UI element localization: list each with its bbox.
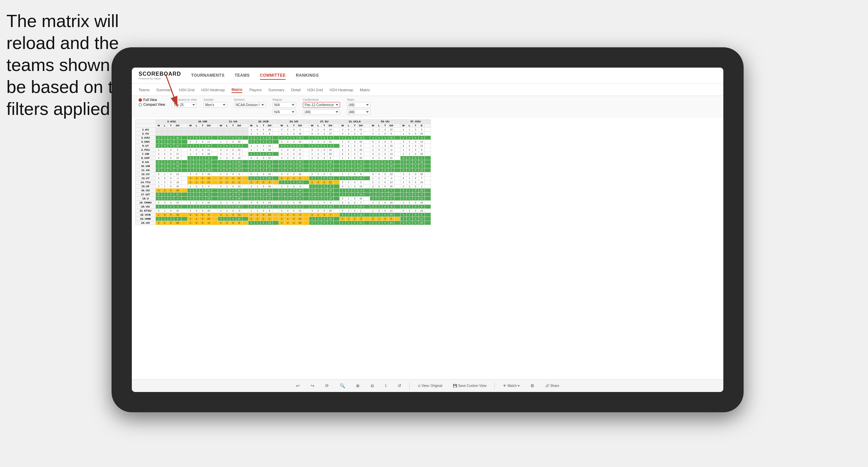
conference-select2[interactable]: (All): [303, 109, 340, 115]
cell-r18-c3-s2: 0: [261, 201, 267, 205]
cell-r3-c2-s3: 28: [236, 140, 242, 144]
cell-r12-c3-s0: 1: [248, 176, 255, 180]
cell-r16-c6-s0: 2: [340, 193, 346, 197]
cell-r6-c4-s4: [303, 152, 309, 156]
cell-r1-c2-s1: [224, 132, 230, 136]
cell-r23-c5-s0: 2: [309, 221, 315, 225]
subnav-h2h-heatmap[interactable]: H2H Heatmap: [201, 87, 225, 93]
cell-r7-c4-s3: -2: [297, 156, 303, 160]
division-select[interactable]: NCAA Division I NCAA Division II: [234, 102, 266, 108]
cell-r0-c5-s4: [334, 128, 340, 132]
cell-r20-c0-s0: 0: [156, 209, 162, 213]
cell-r23-c2-s0: 1: [218, 221, 224, 225]
conference-select[interactable]: Pac-12 Conference (All): [303, 102, 340, 108]
save-custom-view-button[interactable]: 💾 Save Custom View: [450, 383, 489, 389]
cell-r0-c1-s2: [200, 128, 206, 132]
asu-t: T: [168, 124, 174, 128]
region-select2[interactable]: N/A: [272, 109, 296, 115]
region-select[interactable]: N/A South North: [272, 102, 296, 108]
cell-r4-c4-s3: 27: [297, 144, 303, 148]
cell-r23-c5-s3: 1: [328, 221, 334, 225]
cell-r19-c8-s0: 3: [401, 205, 407, 209]
subnav-players[interactable]: Players: [249, 87, 262, 93]
nav-rankings[interactable]: RANKINGS: [296, 72, 319, 80]
cell-r16-c7-s2: 0: [382, 193, 388, 197]
cell-r4-c2-s1: 0: [224, 144, 230, 148]
uo-x: [303, 124, 309, 128]
cell-r15-c6-s4: [364, 189, 370, 193]
cell-r22-c7-s0: 3: [370, 217, 376, 221]
cell-r11-c1-s0: 2: [188, 172, 194, 176]
cell-r1-c4-s1: 1: [285, 132, 291, 136]
cell-r20-c1-s0: 3: [188, 209, 194, 213]
cell-r20-c2-s0: 2: [218, 209, 224, 213]
cell-r15-c1-s0: 2: [188, 189, 194, 193]
cell-r22-c8-s3: 17: [419, 217, 425, 221]
cell-r21-c4-s0: 1: [279, 213, 285, 217]
subnav-h2h-grid2[interactable]: H2H Grid: [307, 87, 323, 93]
cell-r11-c7-s2: 0: [382, 172, 388, 176]
cell-r9-c2-s2: 0: [230, 164, 236, 168]
cell-r9-c3-s4: [273, 164, 279, 168]
subnav-matrix2[interactable]: Matrix: [360, 87, 370, 93]
cell-r12-c8-s0: 0: [401, 176, 407, 180]
nav-teams[interactable]: TEAMS: [235, 72, 250, 80]
zoom-fit-button[interactable]: ⊕: [353, 382, 362, 390]
gender-select[interactable]: Men's Women's: [203, 102, 227, 108]
nav-committee[interactable]: COMMITTEE: [260, 72, 286, 80]
cell-r11-c7-s4: [394, 172, 401, 176]
cell-r3-c5-s3: 21: [328, 140, 334, 144]
cell-r4-c5-s1: 0: [315, 144, 321, 148]
watch-button[interactable]: 👁 Watch ▾: [500, 383, 522, 389]
zoom-out-button[interactable]: ⊖: [368, 382, 377, 390]
cell-r4-c5-s2: 0: [321, 144, 328, 148]
settings-button[interactable]: ⚙: [528, 382, 537, 390]
cell-r14-c5-s2: 0: [321, 185, 328, 189]
subnav-h2h-grid[interactable]: H2H Grid: [179, 87, 194, 93]
zoom-in-button[interactable]: 🔍: [337, 382, 348, 390]
reset-button[interactable]: ↺: [395, 382, 404, 390]
team-select[interactable]: (All): [347, 102, 370, 108]
cell-r12-c1-s4: [212, 176, 218, 180]
cell-r4-c0-s2: 0: [168, 144, 174, 148]
cell-r22-c0-s1: 2: [162, 217, 168, 221]
nav-tournaments[interactable]: TOURNAMENTS: [191, 72, 225, 80]
full-view-radio[interactable]: Full View: [139, 98, 165, 102]
view-original-button[interactable]: ⊙ View: Original: [415, 383, 445, 389]
col-header-su: 27. SU: [309, 120, 340, 124]
cell-r5-c5-s3: 15: [328, 148, 334, 152]
cell-r12-c1-s0: 3: [188, 176, 194, 180]
cell-r5-c8-s0: 1: [401, 148, 407, 152]
team-select2[interactable]: (All): [347, 109, 370, 115]
subnav-summary2[interactable]: Summary: [268, 87, 284, 93]
share-button[interactable]: 🔗 Share: [542, 383, 562, 389]
subnav-summary[interactable]: Summary: [156, 87, 172, 93]
subnav-matrix[interactable]: Matrix: [232, 87, 242, 93]
matrix-area[interactable]: 3. ASU 10. UW 11. UA 22. UCB 24. UO 27. …: [132, 117, 723, 379]
zoom-reset-button[interactable]: 1: [382, 383, 390, 389]
cell-r11-c7-s0: 0: [370, 172, 376, 176]
compact-view-radio[interactable]: Compact View: [139, 103, 165, 106]
cell-r6-c5-s0: 1: [309, 152, 315, 156]
cell-r15-c2-s4: [242, 189, 248, 193]
cell-r1-c2-s2: [230, 132, 236, 136]
subnav-h2h-heatmap2[interactable]: H2H Heatmap: [330, 87, 353, 93]
max-teams-select[interactable]: Top 25 Top 10 Top 50: [172, 102, 197, 108]
cell-r9-c2-s4: [242, 164, 248, 168]
refresh-button[interactable]: ⟳: [322, 382, 332, 390]
cell-r2-c2-s0: 0: [218, 136, 224, 140]
subnav-teams[interactable]: Teams: [139, 87, 149, 93]
cell-r1-c1-s1: [194, 132, 200, 136]
cell-r2-c6-s4: [364, 136, 370, 140]
redo-button[interactable]: ↪: [308, 382, 317, 390]
region-label: Region: [272, 98, 296, 101]
cell-r6-c8-s4: [425, 152, 431, 156]
undo-button[interactable]: ↩: [293, 382, 303, 390]
cell-r15-c6-s1: 0: [346, 189, 352, 193]
subnav-detail[interactable]: Detail: [291, 87, 300, 93]
cell-r22-c3-s2: 0: [261, 217, 267, 221]
cell-r23-c6-s4: [364, 221, 370, 225]
cell-r10-c8-s4: [425, 168, 431, 172]
cell-r13-c4-s0: 1: [279, 180, 285, 185]
cell-r7-c3-s4: [273, 156, 279, 160]
